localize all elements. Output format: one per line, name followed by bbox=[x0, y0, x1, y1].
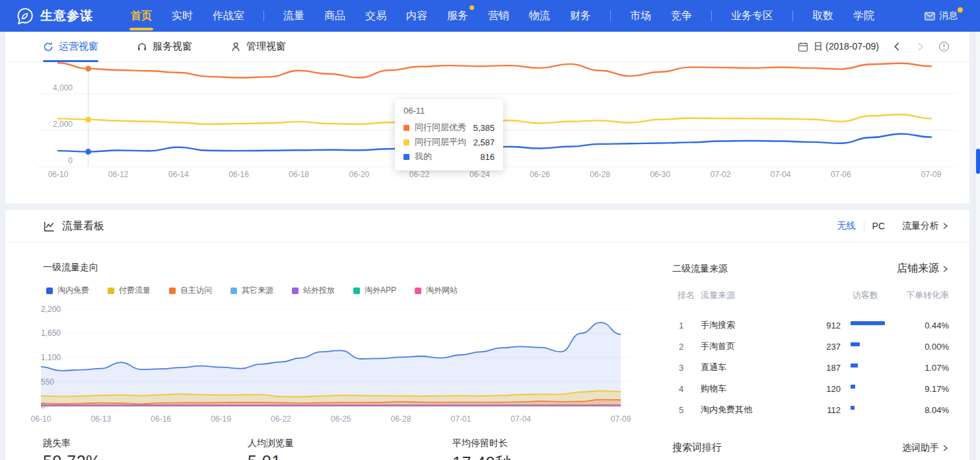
nav-group-divider bbox=[711, 11, 712, 21]
legend-label: 自主访问 bbox=[180, 285, 212, 296]
date-label: 日 (2018-07-09) bbox=[814, 41, 879, 53]
next-day-button[interactable] bbox=[915, 42, 925, 52]
source-row-直通车[interactable]: 3 直通车 187 1.07% bbox=[672, 357, 949, 378]
nav-item-交易[interactable]: 交易 bbox=[355, 0, 396, 32]
chevron-right-icon bbox=[941, 444, 949, 452]
rank-cell: 2 bbox=[679, 342, 683, 352]
legend-label: 淘外网站 bbox=[426, 285, 458, 296]
nav-item-实时[interactable]: 实时 bbox=[162, 0, 203, 32]
traffic-board-title: 流量看板 bbox=[62, 219, 104, 233]
legend-item-淘外APP[interactable]: 淘外APP bbox=[353, 285, 396, 296]
legend-swatch bbox=[230, 288, 237, 294]
nav-item-竞争[interactable]: 竞争 bbox=[661, 0, 702, 32]
nav-item-内容[interactable]: 内容 bbox=[396, 0, 437, 32]
word-helper-label: 选词助手 bbox=[902, 442, 939, 454]
info-button[interactable] bbox=[938, 41, 950, 52]
tab-管理视窗[interactable]: 管理视窗 bbox=[230, 32, 286, 61]
view-tabbar: 运营视窗服务视窗管理视窗 日 (2018-07-09) bbox=[5, 32, 969, 62]
series-swatch bbox=[403, 154, 409, 160]
nav-item-学院[interactable]: 学院 bbox=[843, 0, 884, 32]
messages-label: 消息 bbox=[939, 10, 958, 22]
compass-logo-icon bbox=[16, 7, 34, 25]
traffic-board-card: 流量看板 无线 PC 流量分析 一级流量走向 淘内免费付费流量自主访问其它来源站… bbox=[5, 210, 969, 460]
messages-button[interactable]: 消息 bbox=[925, 10, 963, 22]
primary-flow-title: 一级流量走向 bbox=[43, 262, 98, 274]
tab-label: 管理视窗 bbox=[246, 40, 286, 53]
legend-item-付费流量[interactable]: 付费流量 bbox=[108, 285, 151, 296]
legend-item-站外投放[interactable]: 站外投放 bbox=[292, 285, 335, 296]
headset-icon bbox=[137, 42, 147, 52]
envelope-icon bbox=[925, 12, 935, 20]
person-icon bbox=[230, 42, 241, 52]
nav-item-首页[interactable]: 首页 bbox=[121, 0, 162, 32]
benchmark-trend-chart[interactable]: 02,0004,00006-1006-1206-1406-1606-1806-2… bbox=[5, 62, 969, 204]
nav-item-业务专区[interactable]: 业务专区 bbox=[721, 0, 783, 32]
source-table-body: 1 手淘搜索 912 0.44% 2 手淘首页 237 0.00% 3 直通车 … bbox=[672, 315, 949, 420]
nav-item-取数[interactable]: 取数 bbox=[802, 0, 843, 32]
date-picker[interactable]: 日 (2018-07-09) bbox=[798, 41, 879, 53]
visitors-cell: 120 bbox=[791, 384, 841, 394]
nav-item-物流[interactable]: 物流 bbox=[519, 0, 560, 32]
visitors-cell: 912 bbox=[791, 321, 841, 330]
source-row-手淘搜索[interactable]: 1 手淘搜索 912 0.44% bbox=[672, 315, 949, 336]
svg-text:06-24: 06-24 bbox=[470, 170, 490, 179]
legend-label: 站外投放 bbox=[303, 285, 335, 296]
word-helper-link[interactable]: 选词助手 bbox=[902, 442, 949, 454]
source-cell: 直通车 bbox=[701, 362, 726, 373]
svg-text:06-14: 06-14 bbox=[168, 170, 189, 179]
source-cell: 淘内免费其他 bbox=[701, 404, 752, 416]
flow-legend: 淘内免费付费流量自主访问其它来源站外投放淘外APP淘外网站 bbox=[46, 285, 476, 296]
page-scrollbar[interactable] bbox=[975, 32, 980, 460]
search-rank-row: 搜索词排行 选词助手 bbox=[672, 441, 949, 454]
svg-text:06-10: 06-10 bbox=[31, 414, 52, 424]
search-rank-title: 搜索词排行 bbox=[672, 441, 722, 454]
series-swatch bbox=[403, 125, 409, 131]
series-label: 我的 bbox=[415, 151, 432, 163]
nav-item-营销[interactable]: 营销 bbox=[478, 0, 519, 32]
calendar-icon bbox=[798, 42, 808, 52]
rank-cell: 1 bbox=[679, 321, 683, 330]
scrollbar-thumb[interactable] bbox=[976, 149, 980, 174]
svg-text:1,100: 1,100 bbox=[41, 353, 61, 362]
series-swatch bbox=[403, 139, 409, 145]
svg-text:06-13: 06-13 bbox=[90, 414, 111, 424]
tab-运营视窗[interactable]: 运营视窗 bbox=[43, 32, 98, 61]
chevron-right-icon bbox=[915, 42, 925, 52]
column-visitors: 访客数 bbox=[853, 289, 878, 301]
tab-服务视窗[interactable]: 服务视窗 bbox=[137, 32, 192, 61]
view-tabs: 运营视窗服务视窗管理视窗 bbox=[43, 32, 324, 61]
primary-flow-chart[interactable]: 05501,1001,6502,20006-1006-1306-1606-190… bbox=[5, 301, 666, 430]
conversion-cell: 0.00% bbox=[890, 342, 949, 352]
visitors-bar bbox=[851, 406, 855, 410]
svg-text:06-26: 06-26 bbox=[530, 170, 550, 179]
nav-item-财务[interactable]: 财务 bbox=[560, 0, 601, 32]
visitors-bar bbox=[851, 364, 858, 367]
legend-item-其它来源[interactable]: 其它来源 bbox=[230, 285, 273, 296]
shop-source-link[interactable]: 店铺来源 bbox=[897, 262, 949, 276]
nav-item-服务[interactable]: 服务 bbox=[437, 0, 478, 32]
legend-swatch bbox=[46, 288, 53, 294]
brand-logo[interactable]: 生意参谋 bbox=[16, 7, 93, 25]
stat-value: 59.72% bbox=[43, 452, 101, 460]
legend-swatch bbox=[415, 288, 421, 294]
source-row-淘内免费其他[interactable]: 5 淘内免费其他 112 8.04% bbox=[672, 399, 949, 420]
visitors-bar bbox=[851, 321, 885, 325]
nav-item-市场[interactable]: 市场 bbox=[620, 0, 661, 32]
legend-item-淘外网站[interactable]: 淘外网站 bbox=[415, 285, 458, 296]
nav-item-作战室[interactable]: 作战室 bbox=[203, 0, 254, 32]
svg-text:2,000: 2,000 bbox=[53, 120, 73, 129]
legend-label: 淘内免费 bbox=[57, 285, 89, 296]
svg-text:06-30: 06-30 bbox=[650, 170, 670, 179]
source-row-手淘首页[interactable]: 2 手淘首页 237 0.00% bbox=[672, 336, 949, 357]
legend-item-自主访问[interactable]: 自主访问 bbox=[169, 285, 212, 296]
svg-text:06-19: 06-19 bbox=[211, 414, 231, 424]
source-row-购物车[interactable]: 4 购物车 120 9.17% bbox=[672, 378, 949, 399]
nav-item-流量[interactable]: 流量 bbox=[273, 0, 314, 32]
legend-label: 其它来源 bbox=[242, 285, 273, 296]
visitors-bar bbox=[851, 385, 855, 389]
prev-day-button[interactable] bbox=[892, 42, 902, 52]
tab-label: 运营视窗 bbox=[59, 40, 98, 53]
legend-item-淘内免费[interactable]: 淘内免费 bbox=[46, 285, 89, 296]
nav-item-商品[interactable]: 商品 bbox=[314, 0, 355, 32]
alert-circle-icon bbox=[938, 41, 950, 52]
